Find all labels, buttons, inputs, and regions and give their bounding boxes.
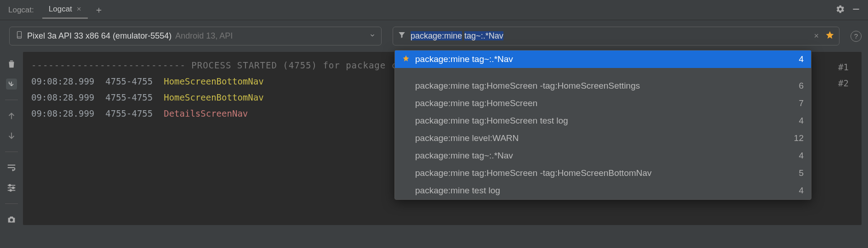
svg-point-6 — [9, 185, 11, 186]
suggestion-text: package:mine level:WARN — [415, 133, 785, 143]
sliders-icon[interactable] — [6, 182, 17, 193]
minimize-icon[interactable] — [851, 5, 861, 16]
log-timestamp: 09:08:28.999 — [31, 90, 94, 106]
suggestion-count: 12 — [789, 133, 804, 143]
scroll-end-icon[interactable] — [6, 79, 17, 90]
close-icon[interactable]: × — [77, 5, 81, 14]
add-tab-button[interactable]: ＋ — [88, 4, 110, 16]
suggestion-text: package:mine tag:HomeScreen -tag:HomeScr… — [415, 168, 789, 178]
log-pid: 4755-4755 — [105, 73, 153, 90]
suggestion-text: package:mine tag:HomeScreen test log — [415, 116, 789, 126]
suggestion-count: 4 — [794, 186, 804, 196]
suggestion-text: package:mine tag:HomeScreen -tag:HomeScr… — [415, 81, 789, 91]
log-pid: 4755-4755 — [105, 106, 153, 122]
marker-2: #2 — [838, 75, 849, 91]
help-icon[interactable]: ? — [851, 31, 862, 42]
star-icon[interactable] — [825, 30, 834, 42]
tab-label: Logcat — [49, 5, 72, 14]
log-timestamp: 09:08:28.999 — [31, 73, 94, 90]
clear-filter-button[interactable]: × — [812, 31, 821, 41]
filter-token-1: package:mine — [411, 31, 462, 40]
suggestion-text: package:mine test log — [415, 186, 789, 196]
svg-point-9 — [10, 219, 13, 221]
suggestion-text: package:mine tag~:.*Nav — [415, 151, 789, 161]
filter-token-2: tag~:.*Nav — [464, 31, 503, 40]
suggestion-item[interactable]: package:mine level:WARN12 — [395, 130, 811, 147]
trash-icon[interactable] — [6, 58, 17, 69]
suggestion-item[interactable]: package:mine tag~:.*Nav4 — [395, 51, 811, 68]
panel-header: Logcat: Logcat × ＋ — [0, 0, 868, 20]
suggestion-item[interactable]: package:mine tag~:.*Nav4 — [395, 147, 811, 164]
log-tag: DetailsScreenNav — [164, 106, 248, 122]
suggestion-item[interactable]: package:mine tag:HomeScreen test log4 — [395, 112, 811, 130]
wrap-icon[interactable] — [6, 162, 17, 173]
suggestion-count: 7 — [794, 98, 804, 108]
log-pid: 4755-4755 — [105, 90, 153, 106]
filter-suggestions-popup: package:mine tag~:.*Nav4package:mine tag… — [394, 50, 811, 200]
suggestion-count: 4 — [794, 151, 804, 161]
logcat-toolbar: Pixel 3a API 33 x86 64 (emulator-5554) A… — [0, 20, 868, 52]
device-name: Pixel 3a API 33 x86 64 (emulator-5554) — [27, 31, 171, 41]
star-icon — [402, 54, 411, 64]
gear-icon[interactable] — [836, 5, 845, 16]
svg-rect-1 — [17, 32, 22, 39]
left-rail — [0, 52, 23, 225]
device-icon — [15, 31, 23, 41]
log-timestamp: 09:08:28.999 — [31, 106, 94, 122]
suggestion-item[interactable]: package:mine tag:HomeScreen -tag:HomeScr… — [395, 77, 811, 95]
arrow-down-icon[interactable] — [6, 130, 17, 141]
log-markers: #1 #2 — [838, 59, 849, 91]
suggestion-count: 5 — [794, 168, 804, 178]
svg-point-7 — [12, 187, 14, 189]
suggestion-count: 4 — [794, 54, 804, 64]
suggestion-count: 6 — [794, 81, 804, 91]
filter-input[interactable]: package:mine tag~:.*Nav × — [393, 27, 839, 45]
device-os: Android 13, API — [175, 31, 233, 41]
arrow-up-icon[interactable] — [6, 110, 17, 121]
log-tag: HomeScreenBottomNav — [164, 90, 263, 106]
svg-point-8 — [10, 190, 11, 192]
suggestion-text: package:mine tag~:.*Nav — [415, 54, 789, 64]
log-tag: HomeScreenBottomNav — [164, 73, 263, 90]
suggestion-item[interactable]: package:mine tag:HomeScreen7 — [395, 95, 811, 112]
device-selector[interactable]: Pixel 3a API 33 x86 64 (emulator-5554) A… — [9, 27, 382, 45]
suggestion-item[interactable]: package:mine test log4 — [395, 182, 811, 199]
suggestion-item[interactable]: package:mine tag:HomeScreen -tag:HomeScr… — [395, 164, 811, 182]
tab-logcat[interactable]: Logcat × — [42, 1, 88, 19]
suggestion-count: 4 — [794, 116, 804, 126]
camera-icon[interactable] — [6, 214, 17, 225]
marker-1: #1 — [838, 59, 849, 75]
tab-bar: Logcat × ＋ — [42, 1, 110, 19]
filter-text: package:mine tag~:.*Nav — [411, 31, 503, 41]
filter-icon — [398, 31, 406, 41]
panel-title: Logcat: — [4, 6, 39, 15]
chevron-down-icon — [369, 31, 376, 41]
suggestion-text: package:mine tag:HomeScreen — [415, 98, 789, 108]
